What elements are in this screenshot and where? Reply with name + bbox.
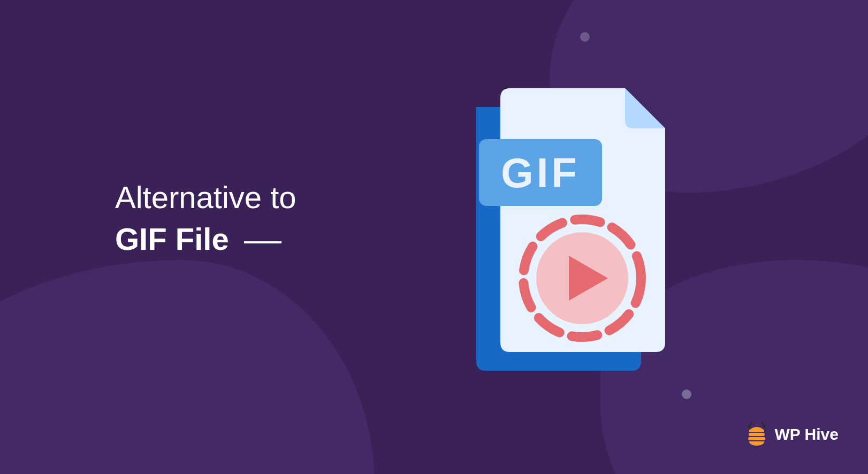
svg-point-6 <box>763 425 765 428</box>
decorative-dot <box>682 389 691 399</box>
background-blob <box>0 260 375 474</box>
gif-file-icon: GIF <box>455 78 680 383</box>
svg-rect-7 <box>749 433 765 436</box>
brand-logo: WP Hive <box>744 421 839 448</box>
heading-line-1: Alternative to <box>115 177 296 218</box>
decorative-dot <box>580 32 590 42</box>
main-heading: Alternative to GIF File <box>115 177 296 261</box>
svg-point-5 <box>748 425 750 428</box>
hive-icon <box>744 421 770 448</box>
heading-underline <box>244 241 281 243</box>
svg-rect-8 <box>748 437 765 440</box>
heading-line-2: GIF File <box>115 218 229 260</box>
brand-name: WP Hive <box>775 425 839 444</box>
file-badge-text: GIF <box>501 149 580 196</box>
